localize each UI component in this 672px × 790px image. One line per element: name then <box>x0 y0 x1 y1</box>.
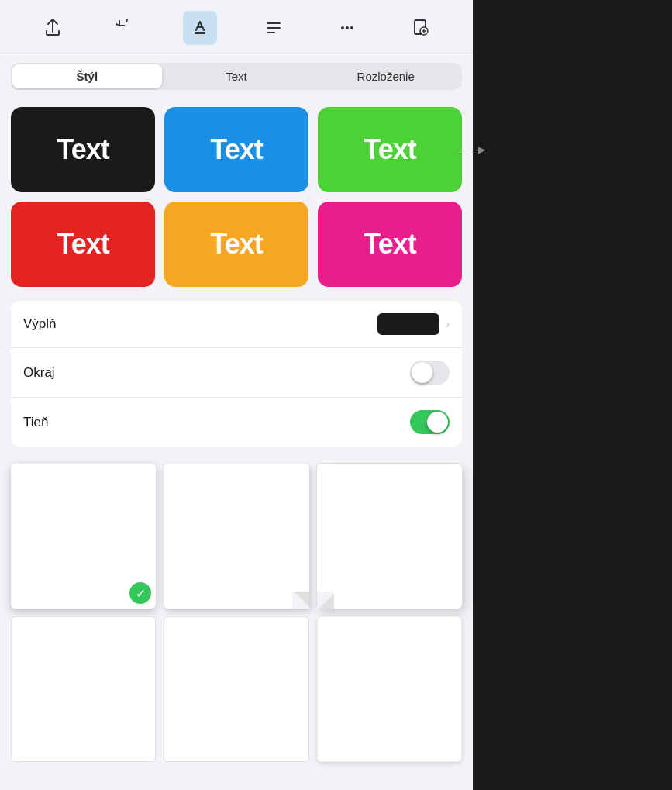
tab-style[interactable]: Štýl <box>12 64 162 88</box>
style-card-green-label: Text <box>364 133 415 166</box>
border-toggle[interactable] <box>410 361 450 385</box>
style-card-black-label: Text <box>57 133 109 166</box>
shadow-card-5[interactable] <box>164 616 308 761</box>
fill-value: › <box>377 313 450 335</box>
svg-rect-0 <box>195 32 205 34</box>
style-grid: Text Text Text ▶ Text Text Text <box>0 96 473 298</box>
shadow-card-6[interactable] <box>317 616 462 761</box>
undo-button[interactable] <box>109 11 143 45</box>
border-toggle-knob <box>412 362 432 383</box>
right-panel <box>473 0 672 790</box>
format-button[interactable] <box>183 11 217 45</box>
shadow-card-3[interactable] <box>317 464 462 609</box>
fill-row[interactable]: Výplň › <box>11 301 462 348</box>
style-card-blue[interactable]: Text <box>164 107 308 192</box>
style-card-blue-label: Text <box>210 133 262 166</box>
style-card-orange[interactable]: Text <box>164 202 308 287</box>
selected-checkmark: ✓ <box>129 582 151 604</box>
tab-text[interactable]: Text <box>162 64 312 88</box>
tab-bar: Štýl Text Rozloženie <box>11 63 462 90</box>
shadow-card-2[interactable] <box>164 464 308 609</box>
style-card-pink-label: Text <box>364 228 415 260</box>
paragraph-button[interactable] <box>257 11 291 45</box>
section-list: Výplň › Okraj Tieň <box>11 301 462 447</box>
style-card-black[interactable]: Text <box>11 107 155 192</box>
share-button[interactable] <box>36 11 70 45</box>
selection-arrow: ▶ <box>457 144 485 155</box>
shadow-toggle-knob <box>427 412 448 433</box>
fill-color-swatch <box>377 313 439 335</box>
svg-point-5 <box>346 26 349 29</box>
shadow-section: ✓ <box>11 456 462 770</box>
style-card-red[interactable]: Text <box>11 202 155 287</box>
more-button[interactable] <box>330 11 364 45</box>
document-button[interactable] <box>404 11 438 45</box>
shadow-card-1[interactable]: ✓ <box>11 464 156 609</box>
shadow-card-4[interactable] <box>11 616 156 761</box>
fill-label: Výplň <box>23 316 57 332</box>
shadow-grid: ✓ <box>11 456 462 770</box>
style-card-pink[interactable]: Text <box>318 202 462 287</box>
shadow-row[interactable]: Tieň <box>11 398 462 447</box>
border-label: Okraj <box>23 365 55 381</box>
border-row[interactable]: Okraj <box>11 348 462 398</box>
style-card-orange-label: Text <box>210 228 262 260</box>
shadow-toggle[interactable] <box>410 410 450 434</box>
shadow-label: Tieň <box>23 415 48 430</box>
style-card-red-label: Text <box>57 228 109 260</box>
style-card-green[interactable]: Text ▶ <box>318 107 462 192</box>
fill-chevron-icon: › <box>446 317 450 331</box>
tab-layout[interactable]: Rozloženie <box>311 64 460 88</box>
toolbar <box>0 0 473 53</box>
svg-point-6 <box>350 26 353 29</box>
svg-point-4 <box>341 26 344 29</box>
